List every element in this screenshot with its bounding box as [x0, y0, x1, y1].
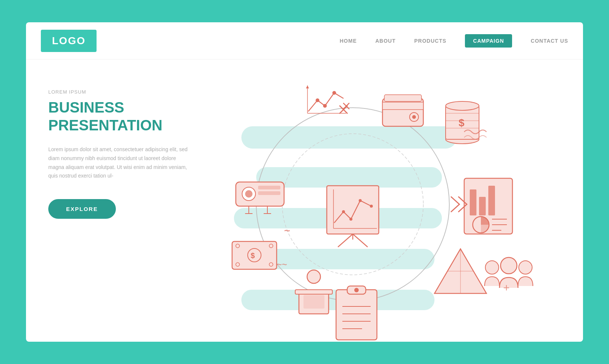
nav-about[interactable]: ABOUT	[375, 38, 396, 44]
left-panel: LOREM IPSUM BUSINESS PRESENTATION Lorem …	[26, 59, 212, 342]
nav: HOME ABOUT PRODUCTS CAMPAIGN CONTACT US	[340, 34, 568, 48]
svg-text:$: $	[459, 117, 465, 129]
lorem-label: LOREM IPSUM	[48, 89, 189, 95]
svg-point-77	[519, 261, 532, 274]
nav-products[interactable]: PRODUCTS	[414, 38, 447, 44]
svg-line-7	[338, 234, 353, 247]
header: LOGO HOME ABOUT PRODUCTS CAMPAIGN CONTAC…	[26, 22, 583, 59]
explore-button[interactable]: EXPLORE	[48, 199, 116, 219]
svg-rect-0	[241, 126, 457, 149]
svg-point-13	[359, 199, 362, 202]
right-panel: $	[212, 59, 583, 342]
svg-point-75	[485, 261, 499, 274]
svg-rect-40	[258, 186, 280, 189]
main-title: BUSINESS PRESENTATION	[48, 98, 189, 134]
svg-rect-66	[479, 197, 486, 215]
svg-rect-17	[304, 85, 345, 119]
svg-point-53	[307, 270, 320, 283]
svg-text:+: +	[503, 282, 510, 294]
svg-point-19	[323, 104, 327, 108]
svg-text:$: $	[251, 251, 255, 260]
svg-rect-26	[382, 102, 423, 110]
main-content: LOREM IPSUM BUSINESS PRESENTATION Lorem …	[26, 59, 583, 342]
svg-point-39	[245, 190, 253, 198]
svg-rect-65	[470, 189, 476, 215]
svg-rect-10	[327, 186, 379, 234]
svg-rect-56	[304, 295, 324, 308]
svg-point-50	[269, 244, 273, 248]
description: Lorem ipsum dolor sit amet, consectetuer…	[48, 145, 189, 181]
nav-contact[interactable]: CONTACT US	[531, 38, 568, 44]
svg-point-49	[236, 244, 240, 248]
svg-text:~~: ~~	[277, 259, 287, 269]
svg-point-14	[370, 205, 373, 208]
svg-text:~: ~	[284, 225, 290, 236]
svg-rect-41	[258, 191, 280, 195]
logo: LOGO	[41, 30, 97, 52]
svg-point-76	[501, 257, 517, 274]
svg-rect-67	[488, 186, 495, 215]
svg-point-32	[446, 101, 479, 110]
svg-point-52	[269, 263, 273, 266]
svg-point-18	[316, 98, 319, 102]
main-card: LOGO HOME ABOUT PRODUCTS CAMPAIGN CONTAC…	[26, 22, 583, 342]
svg-line-8	[353, 234, 368, 247]
svg-rect-29	[384, 95, 421, 101]
nav-home[interactable]: HOME	[340, 38, 357, 44]
svg-point-28	[412, 115, 416, 119]
svg-point-12	[349, 218, 352, 221]
svg-point-63	[354, 288, 359, 292]
svg-marker-24	[306, 85, 309, 88]
nav-campaign[interactable]: CAMPAIGN	[465, 34, 512, 48]
svg-point-11	[342, 210, 345, 213]
svg-rect-57	[336, 290, 377, 340]
illustration: $	[212, 59, 546, 342]
svg-point-20	[332, 91, 336, 95]
svg-rect-55	[295, 290, 332, 294]
svg-point-51	[236, 263, 240, 266]
